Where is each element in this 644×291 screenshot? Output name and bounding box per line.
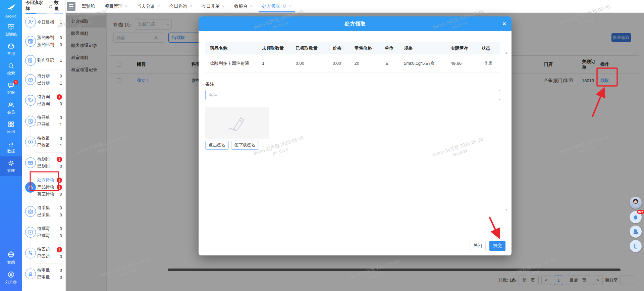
scroll-down-icon[interactable]: ▼	[505, 208, 508, 211]
flow-row[interactable]: 待划扣1	[37, 156, 65, 163]
dialog-header: 处方领取 ×	[199, 16, 512, 31]
nav-data[interactable]: 数据	[0, 137, 22, 156]
close-dialog-icon[interactable]: ×	[502, 16, 506, 31]
stock: 49.66	[451, 61, 482, 66]
tab-project-management[interactable]: 项目管理×	[100, 0, 132, 12]
nav-support[interactable]: 0 客服	[0, 79, 22, 98]
assistant-avatar[interactable]	[630, 197, 642, 209]
tab-today-triage[interactable]: 当天分诊×	[132, 0, 165, 12]
void-button[interactable]: 作废	[482, 59, 495, 68]
close-tab-icon[interactable]: ×	[190, 4, 193, 9]
flow-row[interactable]: 待撰写0	[37, 225, 65, 232]
flow-row[interactable]: 待采集0	[37, 204, 65, 211]
received-qty: 0.00	[296, 61, 333, 66]
stamp-icon	[25, 269, 36, 279]
flow-row[interactable]: 预约未到0	[37, 34, 65, 41]
flow-group-cashier: 待收银0 已收银1	[22, 132, 65, 152]
smartphone-icon	[633, 243, 639, 249]
nav-admin[interactable]: 管理	[0, 156, 22, 176]
flow-group-triage: 待分诊0 已分诊1	[22, 69, 65, 90]
flow-row[interactable]: 已划扣0	[37, 163, 65, 170]
svg-text:DOC: DOC	[634, 232, 637, 234]
nav-label: 刘丹螯	[5, 280, 17, 285]
flow-row[interactable]: 待分诊0	[37, 72, 65, 80]
flow-qty-header: 数量	[54, 0, 63, 14]
document-button[interactable]: DOC	[630, 226, 642, 238]
notification-badge: 99+	[637, 210, 644, 214]
flow-row[interactable]: 已分诊1	[37, 80, 65, 87]
flow-row[interactable]: 已回访0	[37, 253, 65, 260]
click-sign-button[interactable]: 点击签名	[205, 141, 229, 150]
refresh-icon[interactable]	[48, 4, 53, 9]
close-tab-icon[interactable]: ×	[125, 4, 128, 9]
notifications-button[interactable]: 99+	[630, 211, 642, 223]
signpad-sign-button[interactable]: 签字板签名	[231, 141, 259, 150]
tab-today-consult[interactable]: 今日咨询×	[165, 0, 197, 12]
flow-row[interactable]: 已审批0	[37, 274, 65, 281]
flow-group-revisit: 待回访1 已回访0	[22, 243, 65, 263]
flow-row[interactable]: 已收银1	[37, 142, 65, 149]
nav-apps[interactable]: 应用	[0, 117, 22, 137]
flow-row[interactable]: 今日建档1	[37, 19, 65, 26]
nav-label: 女娲	[7, 260, 15, 265]
flow-row[interactable]: 到店登记1	[37, 57, 65, 64]
tab-prescription-pickup[interactable]: 处方领取 ×	[257, 0, 297, 12]
user-icon	[7, 271, 15, 279]
close-tab-icon[interactable]: ×	[222, 4, 225, 9]
flow-row[interactable]: 科室待领0	[37, 191, 65, 198]
remark-label: 备注	[205, 81, 500, 87]
members-icon	[7, 101, 15, 108]
tab-today-order[interactable]: 今日开单×	[197, 0, 229, 12]
flow-row[interactable]: 预约已到0	[37, 41, 65, 48]
col-received-qty: 已领取数量	[296, 45, 333, 51]
nav-label: 搜索	[7, 71, 15, 76]
nav-label: 数据	[7, 149, 15, 154]
close-tab-icon[interactable]: ×	[289, 4, 292, 9]
close-tab-icon[interactable]: ×	[157, 4, 160, 9]
flow-row[interactable]: 已咨询0	[37, 100, 65, 107]
nav-nuwa[interactable]: 女娲	[0, 247, 22, 268]
flow-row-prescription-pending[interactable]: 处方待领1	[37, 177, 65, 184]
flow-board-panel: 今日流水牌 数量 今日建档1 预约未到0 预约已到0	[22, 0, 66, 291]
unit: 支	[385, 60, 404, 66]
nav-user-profile[interactable]: 刘丹螯	[0, 268, 22, 288]
hamburger-menu-icon[interactable]	[67, 2, 75, 11]
flow-row[interactable]: 待回访1	[37, 246, 65, 253]
flow-group-checkin: 到店登记1	[22, 52, 65, 69]
yen-circle-icon	[25, 137, 36, 147]
nav-label: 驾驶舱	[5, 32, 17, 37]
submit-button[interactable]: 提交	[489, 241, 505, 251]
close-button[interactable]: 关闭	[470, 241, 486, 251]
flow-row[interactable]: 待开单0	[37, 114, 65, 121]
globe-icon	[7, 250, 15, 258]
flow-row-product-pending[interactable]: 产品待领1	[37, 184, 65, 191]
flow-row[interactable]: 待审批0	[37, 267, 65, 274]
remark-input[interactable]	[205, 90, 500, 100]
apps-grid-icon	[7, 120, 15, 128]
signature-area[interactable]	[205, 107, 269, 139]
gear-icon	[7, 159, 15, 167]
refresh-tab-icon[interactable]	[282, 4, 287, 8]
avatar-image	[630, 197, 642, 209]
nav-common[interactable]: 常用	[0, 40, 22, 59]
scroll-up-icon[interactable]: ▲	[505, 51, 508, 54]
tab-cashier[interactable]: 收银台×	[229, 0, 257, 12]
close-tab-icon[interactable]: ×	[250, 4, 253, 9]
nav-dashboard[interactable]: 驾驶舱	[0, 20, 22, 40]
order-clipboard-icon	[25, 116, 36, 127]
flow-row[interactable]: 已撰写0	[37, 232, 65, 239]
flow-row[interactable]: 已开单1	[37, 121, 65, 128]
primary-sidebar: QIQUE 驾驶舱 常用 搜索 0 客服 会员 应用	[0, 0, 22, 291]
flow-row[interactable]: 已采集0	[37, 211, 65, 219]
mobile-app-button[interactable]	[630, 240, 642, 252]
retail-price: 20	[355, 61, 385, 66]
flow-group-approve: 待审批0 已审批0	[22, 263, 65, 284]
tab-dashboard[interactable]: 驾驶舱	[77, 0, 100, 12]
nav-members[interactable]: 会员	[0, 98, 22, 117]
spec: 5ml:0.1g*5支/盒	[404, 60, 451, 66]
flow-row[interactable]: 待收银0	[37, 135, 65, 142]
nav-search[interactable]: 搜索	[0, 59, 22, 79]
flow-row[interactable]: 待咨询1	[37, 93, 65, 100]
chat-bubbles-icon	[25, 95, 36, 106]
user-add-icon	[25, 17, 36, 28]
